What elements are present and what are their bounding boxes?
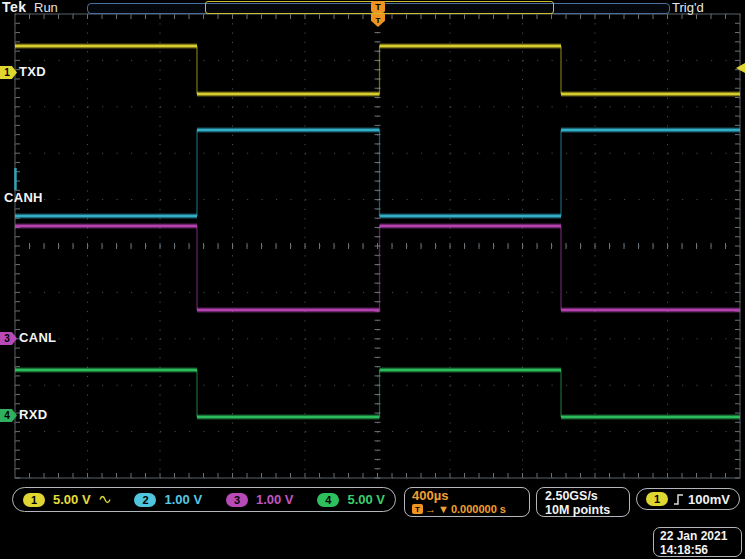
oscilloscope-screen: { "header": { "logo": "Tek", "run_status… (0, 0, 745, 559)
trigger-level: 100mV (688, 492, 730, 507)
trigger-status: Trig'd (672, 0, 704, 15)
trigger-position-icon[interactable]: T (371, 1, 385, 13)
datetime-display: 22 Jan 2021 14:18:56 (653, 527, 742, 557)
acquisition-readout[interactable]: 2.50GS/s 10M points (536, 487, 630, 517)
trigger-readout[interactable]: 1 100mV (636, 488, 740, 510)
channel-2-scale: 1.00 V (164, 492, 202, 507)
tek-logo: Tek (2, 0, 27, 15)
waveform-display (0, 0, 745, 559)
wave-label-rxd: RXD (19, 407, 47, 422)
record-length: 10M points (545, 503, 629, 517)
trace-ch2-canh (15, 130, 740, 216)
trigger-t-icon: T (412, 504, 423, 514)
channel-readouts[interactable]: 15.00 V21.00 V31.00 V45.00 V (12, 487, 396, 512)
sample-rate: 2.50GS/s (545, 489, 629, 503)
acquisition-status: Run (34, 0, 58, 15)
wave-label-canl: CANL (19, 330, 56, 345)
channel-1-scale: 5.00 V (53, 492, 91, 507)
channel-4-scale: 5.00 V (347, 492, 385, 507)
arrow-icon: → (425, 503, 436, 515)
channel-3-badge: 3 (226, 493, 248, 507)
channel-1-readout[interactable]: 15.00 V (23, 492, 111, 507)
down-marker-icon: ▼ (438, 503, 449, 515)
trigger-position-value: 0.000000 s (451, 503, 506, 515)
channel-2-readout[interactable]: 21.00 V (134, 492, 202, 507)
channel-2-badge: 2 (134, 493, 156, 507)
trigger-source-badge: 1 (646, 492, 668, 506)
trace-ch3-canl (15, 226, 740, 310)
channel-4-badge: 4 (317, 493, 339, 507)
channel-4-readout[interactable]: 45.00 V (317, 492, 385, 507)
rising-edge-icon (673, 493, 684, 506)
horizontal-scale: 400µs (412, 489, 529, 503)
time-label: 14:18:56 (660, 543, 741, 557)
channel-1-badge: 1 (23, 493, 45, 507)
trigger-level-arrow-icon[interactable] (736, 63, 745, 73)
channel-3-readout[interactable]: 31.00 V (226, 492, 294, 507)
wave-label-txd: TXD (19, 64, 46, 79)
wave-label-canh: CANH (4, 190, 43, 205)
ac-coupling-icon (99, 495, 111, 504)
horizontal-readout[interactable]: 400µs T → ▼ 0.000000 s (404, 487, 530, 517)
channel-3-scale: 1.00 V (256, 492, 294, 507)
date-label: 22 Jan 2021 (660, 529, 741, 543)
